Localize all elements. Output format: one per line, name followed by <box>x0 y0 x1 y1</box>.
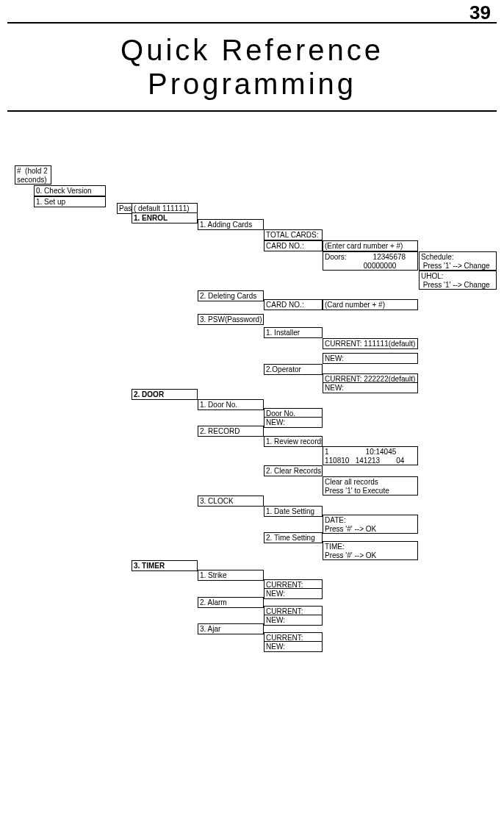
operator: 2.Operator <box>264 364 323 375</box>
date-ok: DATE: Press '#' --> OK <box>323 515 418 534</box>
uhol: UHOL: Press '1' --> Change <box>419 271 497 290</box>
review-data: 1 10:14045 110810 141213 04 <box>323 446 418 465</box>
installer: 1. Installer <box>264 327 323 338</box>
title-rule <box>7 110 497 112</box>
clock: 3. CLOCK <box>198 496 264 507</box>
doors: Doors: 12345678 00000000 <box>323 251 418 271</box>
alarm: 2. Alarm <box>198 597 264 608</box>
strike: 1. Strike <box>198 570 264 581</box>
clear-exec: Clear all records Press '1' to Execute <box>323 476 418 496</box>
door-no: 1. Door No. <box>198 399 264 410</box>
review-records: 1. Review records <box>264 436 323 447</box>
enter-card: (Enter card number + #) <box>323 240 418 251</box>
clear-records: 2. Clear Records <box>264 465 323 476</box>
card-no-2: CARD NO.: <box>264 299 323 310</box>
top-rule <box>7 22 497 24</box>
ajar-new: NEW: <box>264 641 323 652</box>
hold: # (hold 2 seconds) <box>15 165 51 185</box>
enrol: 1. ENROL <box>132 212 198 223</box>
setup: 1. Set up <box>34 196 106 207</box>
page-title: Quick Reference Programming <box>0 33 504 101</box>
op-new: NEW: <box>323 382 418 393</box>
total-cards: TOTAL CARDS: <box>264 229 323 240</box>
time-ok: TIME: Press '#' --> OK <box>323 541 418 560</box>
adding-cards: 1. Adding Cards <box>198 219 264 230</box>
psw: 3. PSW(Password) <box>198 314 264 325</box>
card-no-1: CARD NO.: <box>264 240 323 251</box>
record: 2. RECORD <box>198 426 264 437</box>
ajar: 3. Ajar <box>198 623 264 634</box>
inst-current: CURRENT: 111111(default) <box>323 338 418 349</box>
strike-new: NEW: <box>264 588 323 599</box>
alarm-new: NEW: <box>264 615 323 626</box>
door-new: NEW: <box>264 417 323 428</box>
time-setting: 2. Time Setting <box>264 532 323 543</box>
schedule: Schedule: Press '1' --> Change <box>419 251 497 271</box>
check-version: 0. Check Version <box>34 185 106 196</box>
door: 2. DOOR <box>132 389 198 400</box>
card-plus: (Card number + #) <box>323 299 418 310</box>
deleting-cards: 2. Deleting Cards <box>198 290 264 301</box>
page: 39 Quick Reference Programming # (hold 2… <box>0 0 504 830</box>
page-number: 39 <box>469 1 491 24</box>
timer: 3. TIMER <box>132 560 198 571</box>
inst-new: NEW: <box>323 353 418 364</box>
date-setting: 1. Date Setting <box>264 506 323 517</box>
